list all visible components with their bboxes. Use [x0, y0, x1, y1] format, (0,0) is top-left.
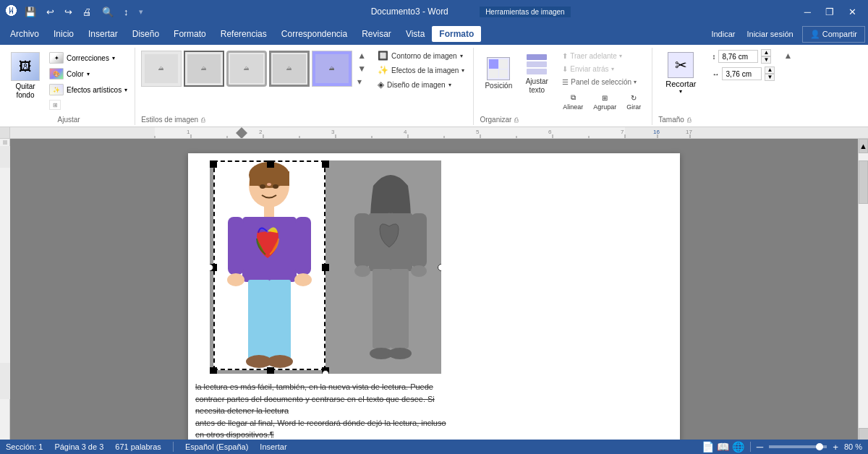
posicion-btn[interactable]: Posición	[480, 49, 517, 98]
img-style-4[interactable]: ⛰	[269, 51, 310, 87]
menu-formato-layout[interactable]: Formato	[166, 26, 213, 42]
girar-btn[interactable]: ↻ Girar	[623, 91, 644, 113]
alinear-btn[interactable]: ⧉ Alinear	[559, 91, 587, 113]
altura-up-btn[interactable]: ▲	[761, 49, 771, 56]
handle-tr[interactable]	[322, 160, 329, 168]
undo-qat-btn[interactable]: ↩	[43, 5, 57, 19]
scroll-more-btn[interactable]: ▾	[356, 75, 367, 88]
scroll-thumb[interactable]	[859, 160, 868, 204]
diseno-imagen-btn[interactable]: ◈ Diseño de imagen ▾	[373, 78, 469, 91]
quitar-fondo-btn[interactable]: 🖼 Quitarfondo	[7, 49, 43, 103]
svg-text:3: 3	[331, 129, 335, 135]
minimize-btn[interactable]: ─	[799, 0, 817, 23]
correcciones-btn[interactable]: ✦ Correcciones ▾	[46, 51, 130, 65]
svg-point-68	[388, 348, 412, 359]
compartir-btn[interactable]: 👤 Compartir	[802, 26, 865, 43]
document-area: la lectura es más fácil, también, en la …	[10, 139, 858, 442]
menu-referencias[interactable]: Referencias	[213, 26, 274, 42]
altura-input[interactable]	[718, 50, 758, 63]
color-btn[interactable]: 🎨 Color ▾	[46, 67, 130, 81]
handle-tm[interactable]	[267, 160, 274, 168]
ajustar-small-btns: ✦ Correcciones ▾ 🎨 Color ▾ ✨ Efectos art…	[46, 49, 130, 111]
restore-qat-btn[interactable]: ↕	[121, 5, 132, 19]
img-style-2[interactable]: ⛰	[184, 51, 224, 87]
indicar-btn[interactable]: Indicar	[705, 27, 741, 41]
menu-inicio[interactable]: Inicio	[46, 26, 81, 42]
menu-correspondencia[interactable]: Correspondencia	[274, 26, 354, 42]
view-web-btn[interactable]: 🌐	[732, 441, 744, 453]
handle-mr[interactable]	[322, 264, 329, 271]
anchura-input[interactable]	[722, 67, 762, 80]
recortar-btn[interactable]: ✂ Recortar ▾	[658, 49, 703, 98]
scroll-down-btn[interactable]: ▼	[356, 62, 367, 75]
ajustar-texto-btn[interactable]: Ajustartexto	[520, 49, 553, 98]
enviar-atras-btn[interactable]: ⬇ Enviar atrás ▾	[559, 64, 644, 74]
ribbon-group-ajustar: 🖼 Quitarfondo ✦ Correcciones ▾ 🎨 Color ▾	[3, 48, 135, 125]
ribbon: 🖼 Quitarfondo ✦ Correcciones ▾ 🎨 Color ▾	[0, 45, 868, 127]
traer-adelante-arrow: ▾	[619, 53, 622, 59]
zoom-text[interactable]: 80 %	[844, 442, 862, 451]
search-qat-btn[interactable]: 🔍	[99, 5, 116, 19]
efectos-artisticos-btn[interactable]: ✨ Efectos artísticos ▾	[46, 82, 130, 97]
print-qat-btn[interactable]: 🖨	[80, 5, 95, 19]
altura-down-btn[interactable]: ▼	[761, 56, 771, 64]
restore-btn[interactable]: ❐	[820, 0, 840, 23]
estilos-dialog-btn[interactable]: ⎙	[201, 116, 205, 124]
organizar-dialog-btn[interactable]: ⎙	[514, 116, 518, 124]
save-qat-btn[interactable]: 💾	[22, 5, 39, 19]
agrupar-btn[interactable]: ⊞ Agrupar	[590, 91, 620, 113]
correcciones-arrow: ▾	[112, 55, 115, 61]
estilos-scroll[interactable]: ▲ ▼ ▾	[356, 49, 367, 88]
alinear-label: Alinear	[563, 103, 583, 111]
main-area: la lectura es más fácil, también, en la …	[0, 139, 868, 442]
handle-tl[interactable]	[210, 160, 217, 168]
close-btn[interactable]: ✕	[843, 0, 862, 23]
panel-seleccion-btn[interactable]: ☰ Panel de selección ▾	[559, 77, 644, 87]
handle-outer-b[interactable]	[322, 370, 329, 374]
traer-adelante-btn[interactable]: ⬆ Traer adelante ▾	[559, 51, 644, 61]
status-divider1	[173, 442, 174, 452]
ajustar-texto-label: Ajustartexto	[526, 77, 548, 95]
ribbon-group-estilos: ⛰ ⛰ ⛰ ⛰ ⛰ ▲ ▼	[137, 48, 474, 125]
view-read-btn[interactable]: 📖	[717, 441, 729, 453]
menu-archivo[interactable]: Archivo	[3, 26, 46, 42]
menu-formato-active[interactable]: Formato	[432, 26, 481, 42]
zoom-in-btn[interactable]: +	[833, 442, 838, 453]
contorno-imagen-btn[interactable]: 🔲 Contorno de imagen ▾	[373, 49, 469, 62]
image-wrapper[interactable]: la lectura es más fácil, también, en la …	[210, 160, 441, 385]
anchura-down-btn[interactable]: ▼	[765, 74, 775, 81]
handle-bl[interactable]	[210, 367, 217, 374]
compresion-btn[interactable]: ⊞	[46, 98, 130, 111]
sidebar-left	[0, 139, 10, 442]
menu-insertar[interactable]: Insertar	[81, 26, 125, 42]
svg-text:⛰: ⛰	[329, 65, 335, 72]
scroll-up-btn[interactable]: ▲	[356, 49, 367, 62]
menu-vista[interactable]: Vista	[399, 26, 432, 42]
iniciar-sesion-btn[interactable]: Iniciar sesión	[741, 27, 799, 41]
view-print-btn[interactable]: 📄	[702, 441, 714, 453]
alinear-rotar-section: ⧉ Alinear ⊞ Agrupar ↻ Girar	[559, 91, 644, 113]
scrollbar-vertical[interactable]: ▲ ▼	[858, 139, 868, 442]
doc-text-area: la lectura es más fácil, también, en la …	[195, 381, 448, 442]
anchura-up-btn[interactable]: ▲	[765, 67, 775, 74]
tamano-dialog-btn[interactable]: ⎙	[687, 116, 691, 124]
menu-diseno[interactable]: Diseño	[125, 26, 166, 42]
quitar-fondo-icon: 🖼	[11, 52, 40, 81]
idioma-text[interactable]: Español (España)	[185, 442, 248, 451]
zoom-out-btn[interactable]: ─	[757, 442, 763, 453]
zoom-thumb[interactable]	[816, 443, 823, 450]
img-style-5[interactable]: ⛰	[312, 51, 352, 87]
ruler-corner[interactable]	[3, 140, 7, 145]
efectos-imagen-btn[interactable]: ✨ Efectos de la imagen ▾	[373, 64, 469, 77]
modo-text[interactable]: Insertar	[260, 442, 286, 451]
ribbon-collapse-btn[interactable]: ▲	[780, 48, 795, 125]
handle-bm[interactable]	[267, 367, 274, 374]
menu-revisar[interactable]: Revisar	[354, 26, 399, 42]
redo-qat-btn[interactable]: ↪	[61, 5, 75, 19]
handle-outer-r[interactable]	[438, 264, 441, 271]
zoom-slider[interactable]	[769, 445, 827, 448]
menu-bar: Archivo Inicio Insertar Diseño Formato R…	[0, 23, 868, 45]
scroll-up-arrow[interactable]: ▲	[859, 139, 868, 153]
img-style-1[interactable]: ⛰	[141, 51, 182, 87]
img-style-3[interactable]: ⛰	[226, 51, 267, 87]
